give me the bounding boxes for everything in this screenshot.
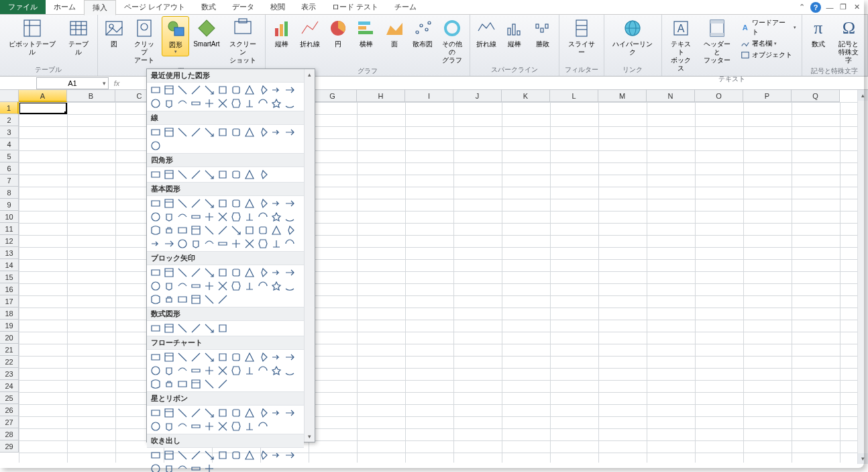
shape-item[interactable] xyxy=(176,463,188,472)
select-all-corner[interactable] xyxy=(0,90,19,102)
shape-item[interactable] xyxy=(217,407,229,419)
shape-item[interactable] xyxy=(176,84,188,96)
shape-item[interactable] xyxy=(270,197,282,209)
row-header-23[interactable]: 23 xyxy=(0,368,19,380)
shape-item[interactable] xyxy=(163,280,175,292)
shape-item[interactable] xyxy=(243,97,256,109)
row-header-12[interactable]: 12 xyxy=(0,235,19,247)
headerfooter-button[interactable]: ヘッダーと フッター xyxy=(698,16,737,66)
shape-item[interactable] xyxy=(270,365,282,377)
window-close-icon[interactable]: ✕ xyxy=(852,3,861,12)
shape-item[interactable] xyxy=(257,267,269,279)
shape-item[interactable] xyxy=(217,351,229,363)
shape-item[interactable] xyxy=(230,267,242,279)
shape-item[interactable] xyxy=(176,293,188,305)
shape-item[interactable] xyxy=(190,169,202,181)
shape-item[interactable] xyxy=(270,351,282,363)
shape-item[interactable] xyxy=(163,97,175,109)
column-header-L[interactable]: L xyxy=(550,90,598,102)
shapes-button[interactable]: 図形▾ xyxy=(162,16,190,56)
shape-item[interactable] xyxy=(190,126,202,138)
equation-button[interactable]: π数式 xyxy=(805,16,832,50)
shape-item[interactable] xyxy=(203,449,215,461)
row-header-4[interactable]: 4 xyxy=(0,138,19,150)
shape-item[interactable] xyxy=(270,126,282,138)
row-header-18[interactable]: 18 xyxy=(0,308,19,320)
shape-item[interactable] xyxy=(163,365,175,377)
tab-team[interactable]: チーム xyxy=(386,0,425,14)
shape-item[interactable] xyxy=(257,238,269,250)
row-header-5[interactable]: 5 xyxy=(0,150,19,162)
shape-item[interactable] xyxy=(203,365,215,377)
chart-bar-button[interactable]: 横棒 xyxy=(353,16,380,50)
shape-item[interactable] xyxy=(230,224,242,236)
tab-view[interactable]: 表示 xyxy=(293,0,324,14)
row-header-16[interactable]: 16 xyxy=(0,283,19,295)
shape-item[interactable] xyxy=(284,238,296,250)
row-header-6[interactable]: 6 xyxy=(0,162,19,175)
shape-item[interactable] xyxy=(163,420,175,432)
chart-pie-button[interactable]: 円 xyxy=(325,16,351,50)
shape-item[interactable] xyxy=(203,463,215,472)
shape-item[interactable] xyxy=(190,84,202,96)
row-header-3[interactable]: 3 xyxy=(0,126,19,138)
shape-item[interactable] xyxy=(190,293,202,305)
shape-item[interactable] xyxy=(190,407,202,419)
shape-item[interactable] xyxy=(190,97,202,109)
row-header-28[interactable]: 28 xyxy=(0,428,19,440)
sparkline-line-button[interactable]: 折れ線 xyxy=(473,16,500,50)
shape-item[interactable] xyxy=(163,351,175,363)
fx-icon[interactable]: fx xyxy=(110,79,123,87)
column-header-J[interactable]: J xyxy=(453,90,502,102)
shape-item[interactable] xyxy=(203,267,215,279)
shape-item[interactable] xyxy=(176,197,188,209)
shape-item[interactable] xyxy=(190,238,202,250)
shape-item[interactable] xyxy=(150,97,162,109)
shape-item[interactable] xyxy=(257,280,269,292)
shape-item[interactable] xyxy=(217,197,229,209)
tab-file[interactable]: ファイル xyxy=(0,0,46,14)
textbox-button[interactable]: Aテキスト ボックス xyxy=(665,16,697,74)
shape-item[interactable] xyxy=(203,224,215,236)
shape-item[interactable] xyxy=(190,351,202,363)
shape-item[interactable] xyxy=(163,126,175,138)
shape-item[interactable] xyxy=(243,420,256,432)
shape-item[interactable] xyxy=(190,420,202,432)
shape-item[interactable] xyxy=(257,84,269,96)
shape-item[interactable] xyxy=(176,351,188,363)
shape-item[interactable] xyxy=(284,449,296,461)
row-header-1[interactable]: 1 xyxy=(0,102,19,114)
shape-item[interactable] xyxy=(243,365,256,377)
shape-item[interactable] xyxy=(150,211,162,223)
shape-item[interactable] xyxy=(190,463,202,472)
shape-item[interactable] xyxy=(270,84,282,96)
shape-item[interactable] xyxy=(150,293,162,305)
chart-area-button[interactable]: 面 xyxy=(381,16,408,50)
shape-item[interactable] xyxy=(270,238,282,250)
shape-item[interactable] xyxy=(150,420,162,432)
help-icon[interactable]: ? xyxy=(810,2,821,13)
shape-item[interactable] xyxy=(150,407,162,419)
shape-item[interactable] xyxy=(230,197,242,209)
row-header-8[interactable]: 8 xyxy=(0,187,19,199)
shape-item[interactable] xyxy=(150,322,162,334)
row-header-20[interactable]: 20 xyxy=(0,332,19,344)
shape-item[interactable] xyxy=(176,126,188,138)
shape-item[interactable] xyxy=(284,351,296,363)
shape-item[interactable] xyxy=(257,224,269,236)
shape-item[interactable] xyxy=(257,169,269,181)
shape-item[interactable] xyxy=(270,224,282,236)
scroll-up-icon[interactable]: ▴ xyxy=(858,90,868,101)
column-header-I[interactable]: I xyxy=(405,90,453,102)
shape-item[interactable] xyxy=(150,140,162,152)
row-header-17[interactable]: 17 xyxy=(0,295,19,308)
shape-item[interactable] xyxy=(163,224,175,236)
shape-item[interactable] xyxy=(203,169,215,181)
shape-item[interactable] xyxy=(163,463,175,472)
shape-item[interactable] xyxy=(203,293,215,305)
shape-item[interactable] xyxy=(176,267,188,279)
shape-item[interactable] xyxy=(270,97,282,109)
shape-item[interactable] xyxy=(150,169,162,181)
shape-item[interactable] xyxy=(176,449,188,461)
shape-item[interactable] xyxy=(217,293,229,305)
